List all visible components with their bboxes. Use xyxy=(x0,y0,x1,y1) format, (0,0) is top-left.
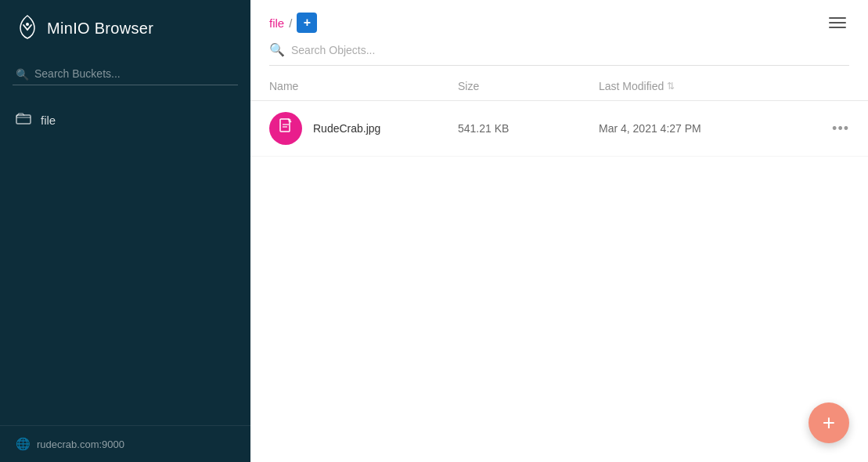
search-icon-main: 🔍 xyxy=(269,42,285,57)
file-size: 541.21 KB xyxy=(458,122,599,135)
file-table: Name Size Last Modified ⇅ xyxy=(250,72,868,462)
bucket-icon xyxy=(16,112,31,128)
file-modified: Mar 4, 2021 4:27 PM xyxy=(599,122,802,135)
breadcrumb: file / + xyxy=(269,13,317,33)
col-size-header: Size xyxy=(458,80,599,92)
search-objects-input[interactable] xyxy=(291,44,849,56)
object-search-bar: 🔍 xyxy=(269,42,849,66)
file-actions: ••• xyxy=(802,121,849,137)
bucket-name: file xyxy=(41,114,56,127)
sidebar: MinIO Browser 🔍 file 🌐 rudecrab.com:9000 xyxy=(0,0,250,462)
svg-rect-1 xyxy=(16,115,31,124)
col-name-header: Name xyxy=(269,80,458,92)
table-row[interactable]: RudeCrab.jpg 541.21 KB Mar 4, 2021 4:27 … xyxy=(250,101,868,157)
add-folder-button[interactable]: + xyxy=(297,13,317,33)
svg-point-0 xyxy=(26,23,29,26)
col-modified-header[interactable]: Last Modified ⇅ xyxy=(599,80,802,92)
bucket-item-file[interactable]: file xyxy=(0,104,250,136)
file-name-cell: RudeCrab.jpg xyxy=(269,112,458,145)
file-options-button[interactable]: ••• xyxy=(832,121,849,137)
col-actions-header xyxy=(802,80,849,92)
bucket-list: file xyxy=(0,98,250,425)
table-header: Name Size Last Modified ⇅ xyxy=(250,72,868,101)
svg-rect-3 xyxy=(288,119,291,122)
file-icon-circle xyxy=(269,112,302,145)
menu-button[interactable] xyxy=(826,14,849,31)
search-buckets-input[interactable] xyxy=(13,63,238,85)
breadcrumb-bucket-link[interactable]: file xyxy=(269,16,284,30)
file-name: RudeCrab.jpg xyxy=(313,122,380,135)
main-content: file / + 🔍 Name Size Last Modified ⇅ xyxy=(250,0,868,462)
search-icon-sidebar: 🔍 xyxy=(16,68,29,81)
minio-logo-icon xyxy=(16,14,39,42)
main-header: file / + xyxy=(250,0,868,33)
breadcrumb-separator: / xyxy=(289,16,292,30)
sidebar-footer: 🌐 rudecrab.com:9000 xyxy=(0,425,250,462)
globe-icon: 🌐 xyxy=(16,437,31,451)
upload-fab-button[interactable]: + xyxy=(809,402,849,443)
file-doc-icon xyxy=(278,118,294,139)
sidebar-header: MinIO Browser xyxy=(0,0,250,56)
sort-icon: ⇅ xyxy=(667,81,675,92)
server-url: rudecrab.com:9000 xyxy=(37,439,124,450)
app-title: MinIO Browser xyxy=(47,20,153,38)
bucket-search-container: 🔍 xyxy=(13,63,238,85)
